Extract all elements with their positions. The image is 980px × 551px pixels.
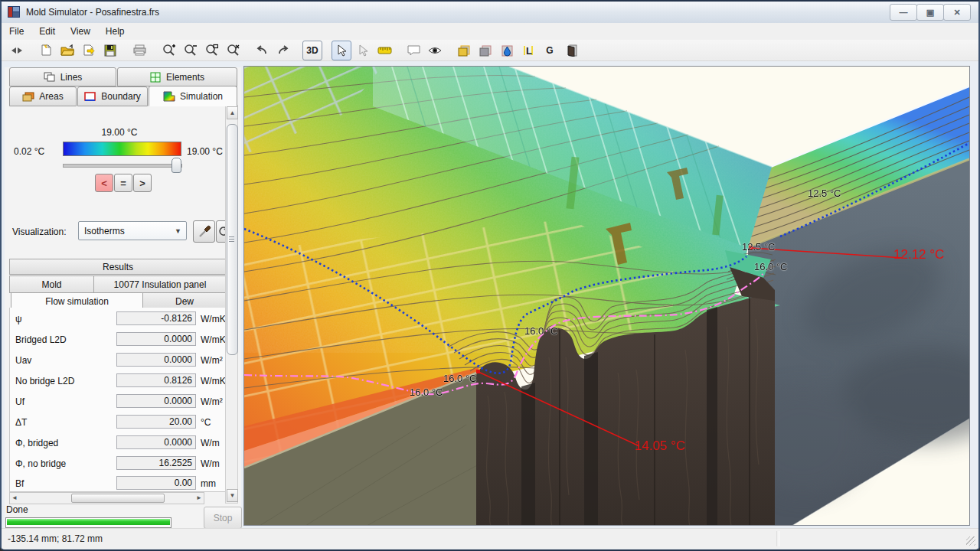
comment-tool-button[interactable] bbox=[403, 41, 423, 60]
app-window: Mold Simulator - Posafinestra.frs — ▣ ✕ … bbox=[0, 0, 980, 551]
grid-toggle-button[interactable]: G bbox=[540, 41, 560, 60]
labels-toggle-button[interactable]: L bbox=[518, 41, 538, 60]
print-button[interactable] bbox=[129, 41, 149, 60]
zoom-in-icon bbox=[162, 44, 175, 57]
zoom-reset-button[interactable] bbox=[223, 41, 243, 60]
dew-point-button[interactable] bbox=[497, 41, 517, 60]
scroll-right-icon[interactable]: ► bbox=[194, 494, 204, 501]
stop-button[interactable]: Stop bbox=[204, 507, 242, 529]
title-bar[interactable]: Mold Simulator - Posafinestra.frs — ▣ ✕ bbox=[2, 2, 978, 24]
cursor-icon bbox=[336, 44, 348, 57]
result-label: ΔT bbox=[15, 417, 27, 428]
result-value[interactable]: 0.0000 bbox=[116, 394, 196, 408]
save-icon bbox=[104, 44, 116, 57]
result-value[interactable]: 0.8126 bbox=[116, 373, 196, 387]
tab-areas[interactable]: Areas bbox=[9, 86, 77, 106]
menu-edit[interactable]: Edit bbox=[31, 24, 63, 39]
select-tool-button[interactable] bbox=[332, 41, 351, 60]
simulation-icon bbox=[163, 91, 175, 102]
menu-view[interactable]: View bbox=[63, 24, 98, 39]
zoom-in-button[interactable] bbox=[158, 41, 178, 60]
results-horizontal-scrollbar[interactable]: ◄ ► bbox=[9, 492, 204, 504]
scale-current-label: 19.00 °C bbox=[51, 127, 188, 138]
new-file-icon bbox=[40, 44, 52, 57]
progress-status: Done bbox=[6, 504, 28, 515]
result-value[interactable]: 0.0000 bbox=[116, 332, 196, 346]
undo-button[interactable] bbox=[252, 41, 272, 60]
zoom-out-button[interactable] bbox=[180, 41, 200, 60]
scroll-left-icon[interactable]: ◄ bbox=[10, 494, 19, 501]
zoom-window-button[interactable] bbox=[201, 41, 221, 60]
menu-file[interactable]: File bbox=[2, 24, 31, 39]
select-secondary-tool-button[interactable] bbox=[353, 41, 373, 60]
result-label: No bridge L2D bbox=[15, 376, 74, 386]
export-file-button[interactable] bbox=[79, 41, 99, 60]
eyedropper-icon bbox=[198, 225, 211, 239]
chevron-down-icon: ▼ bbox=[172, 223, 185, 238]
tab-lines-label: Lines bbox=[60, 72, 83, 83]
areas-icon bbox=[22, 92, 34, 102]
tab-areas-label: Areas bbox=[39, 91, 63, 102]
result-value[interactable]: -0.8126 bbox=[116, 311, 196, 325]
visualization-select[interactable]: Isotherms ▼ bbox=[78, 221, 187, 240]
tab-mold[interactable]: Mold bbox=[9, 276, 94, 293]
measure-tool-button[interactable] bbox=[374, 41, 394, 60]
tab-elements[interactable]: Elements bbox=[117, 67, 237, 86]
results-header[interactable]: Results bbox=[9, 259, 227, 275]
result-label: Bf bbox=[15, 478, 24, 489]
result-value[interactable]: 0.0000 bbox=[116, 353, 196, 367]
probe-button[interactable] bbox=[193, 220, 215, 243]
tab-simulation[interactable]: Simulation bbox=[149, 86, 237, 106]
resize-grip[interactable] bbox=[966, 536, 975, 546]
scale-slider-track[interactable] bbox=[63, 164, 182, 168]
tab-boundary[interactable]: Boundary bbox=[77, 86, 148, 106]
h-scroll-thumb[interactable] bbox=[71, 494, 165, 503]
app-icon bbox=[8, 5, 21, 18]
status-bar: -135.14 mm; 81.72 mm bbox=[2, 528, 978, 549]
visibility-button[interactable] bbox=[425, 41, 445, 60]
simulation-viewport[interactable]: 12.5 °C 12.5 °C 16.0 °C 16.0 °C 16.0 °C … bbox=[243, 66, 970, 526]
3d-toggle-button[interactable]: 3D bbox=[302, 41, 322, 60]
eye-icon bbox=[428, 46, 442, 55]
result-label: Φ, bridged bbox=[15, 438, 58, 448]
maximize-button[interactable]: ▣ bbox=[916, 4, 944, 21]
result-value[interactable]: 16.2525 bbox=[116, 456, 196, 470]
left-panel: Lines Elements Areas Boundary Simulation… bbox=[5, 67, 241, 528]
result-value[interactable]: 0.0000 bbox=[116, 435, 196, 449]
minimize-button[interactable]: — bbox=[890, 4, 917, 21]
layer-gray-button[interactable] bbox=[475, 41, 495, 60]
open-file-button[interactable] bbox=[57, 41, 77, 60]
result-label: Uf bbox=[15, 396, 24, 407]
scale-more-button[interactable]: > bbox=[133, 174, 152, 192]
scale-less-button[interactable]: < bbox=[95, 174, 113, 192]
scale-equal-button[interactable]: = bbox=[114, 174, 132, 192]
scroll-up-icon[interactable]: ▲ bbox=[227, 106, 238, 119]
result-unit: W/mK bbox=[201, 376, 226, 386]
cursor-coordinates: -135.14 mm; 81.72 mm bbox=[8, 533, 103, 544]
result-unit: W/m bbox=[201, 438, 220, 448]
toolbar: 3D L G bbox=[2, 40, 978, 61]
exit-button[interactable] bbox=[561, 41, 581, 60]
scale-slider-thumb[interactable] bbox=[172, 158, 181, 173]
new-file-button[interactable] bbox=[36, 41, 56, 60]
tab-insulation-panel[interactable]: 10077 Insulation panel bbox=[93, 276, 227, 293]
result-value[interactable]: 20.00 bbox=[116, 415, 196, 429]
layer-areas-button[interactable] bbox=[454, 41, 474, 60]
gray-layer-icon bbox=[479, 44, 492, 57]
v-scroll-thumb[interactable] bbox=[227, 124, 238, 355]
scroll-down-icon[interactable]: ▼ bbox=[227, 489, 238, 502]
panel-vertical-scrollbar[interactable]: ▲ ▼ bbox=[225, 105, 238, 504]
speech-bubble-icon bbox=[407, 45, 420, 56]
close-button[interactable]: ✕ bbox=[943, 4, 971, 21]
result-label: Bridged L2D bbox=[15, 334, 67, 345]
tab-lines[interactable]: Lines bbox=[9, 67, 116, 86]
fit-view-button[interactable] bbox=[7, 41, 27, 60]
fit-arrows-icon bbox=[11, 46, 23, 55]
result-value[interactable]: 0.00 bbox=[116, 476, 196, 490]
progress-bar bbox=[5, 517, 172, 528]
temperature-scale[interactable] bbox=[63, 142, 181, 156]
save-button[interactable] bbox=[100, 41, 120, 60]
redo-button[interactable] bbox=[273, 41, 293, 60]
menu-help[interactable]: Help bbox=[98, 24, 132, 39]
visualization-label: Visualization: bbox=[12, 227, 67, 237]
